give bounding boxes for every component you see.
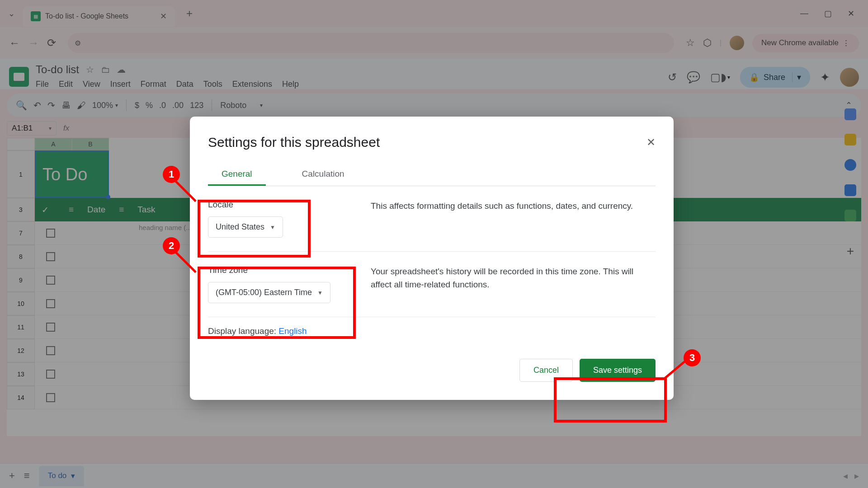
chevron-down-icon: ▼	[317, 290, 323, 296]
settings-dialog: Settings for this spreadsheet ✕ General …	[190, 117, 674, 400]
cancel-button[interactable]: Cancel	[519, 359, 573, 382]
language-link[interactable]: English	[278, 326, 307, 336]
save-settings-button[interactable]: Save settings	[580, 359, 656, 382]
close-icon[interactable]: ✕	[646, 136, 656, 149]
annotation-badge-1: 1	[163, 166, 180, 183]
annotation-badge-2: 2	[163, 237, 180, 254]
locale-description: This affects formatting details such as …	[371, 200, 656, 238]
locale-label: Locale	[208, 200, 348, 210]
display-language-row: Display language: English	[208, 317, 656, 345]
annotation-badge-3: 3	[684, 349, 701, 366]
tab-general[interactable]: General	[208, 164, 266, 186]
locale-dropdown[interactable]: United States ▼	[208, 216, 283, 238]
locale-setting-row: Locale United States ▼ This affects form…	[208, 186, 656, 252]
timezone-dropdown[interactable]: (GMT-05:00) Eastern Time ▼	[208, 282, 330, 303]
chevron-down-icon: ▼	[270, 224, 275, 230]
timezone-setting-row: Time zone (GMT-05:00) Eastern Time ▼ You…	[208, 252, 656, 317]
timezone-description: Your spreadsheet's history will be recor…	[371, 265, 656, 303]
dialog-title: Settings for this spreadsheet	[208, 135, 380, 150]
dialog-tabs: General Calculation	[208, 164, 656, 186]
timezone-label: Time zone	[208, 265, 348, 275]
tab-calculation[interactable]: Calculation	[288, 164, 358, 186]
